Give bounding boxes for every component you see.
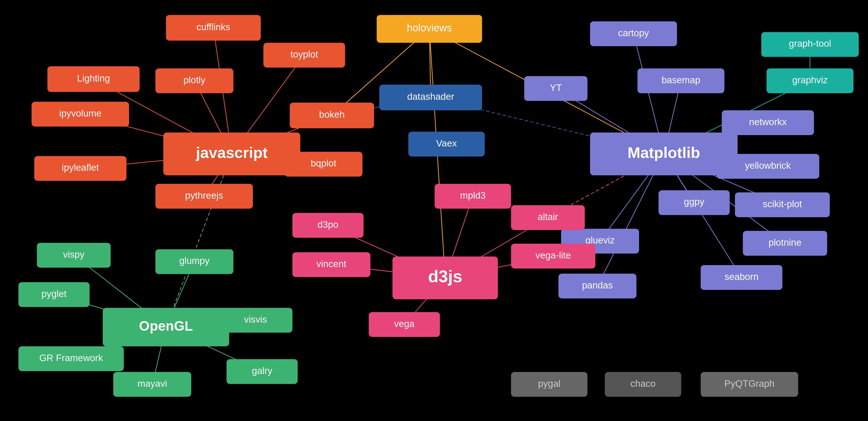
svg-text:ggpy: ggpy [684, 196, 705, 207]
svg-text:seaborn: seaborn [724, 271, 758, 282]
svg-text:graph-tool: graph-tool [789, 38, 831, 49]
svg-text:yellowbrick: yellowbrick [745, 160, 791, 171]
svg-text:OpenGL: OpenGL [139, 318, 193, 334]
svg-text:mayavi: mayavi [137, 378, 167, 389]
svg-line-9 [166, 154, 232, 327]
svg-text:bokeh: bokeh [319, 109, 345, 120]
svg-text:graphviz: graphviz [792, 75, 828, 85]
svg-text:plotnine: plotnine [769, 237, 802, 248]
svg-text:vincent: vincent [316, 258, 346, 269]
svg-text:datashader: datashader [407, 91, 454, 102]
svg-text:ipyvolume: ipyvolume [59, 108, 102, 119]
svg-text:vega-lite: vega-lite [535, 250, 571, 260]
svg-text:javascript: javascript [196, 144, 268, 161]
svg-text:ipyleaflet: ipyleaflet [62, 162, 99, 173]
svg-text:pygal: pygal [538, 378, 560, 389]
svg-text:mpld3: mpld3 [460, 190, 486, 201]
svg-text:PyQTGraph: PyQTGraph [724, 378, 775, 389]
svg-text:d3po: d3po [317, 219, 338, 230]
svg-text:networkx: networkx [749, 117, 787, 127]
svg-text:GR Framework: GR Framework [39, 353, 103, 363]
svg-text:YT: YT [550, 82, 562, 93]
svg-text:Matplotlib: Matplotlib [628, 144, 700, 161]
svg-text:chaco: chaco [630, 378, 656, 389]
svg-text:holoviews: holoviews [407, 22, 452, 34]
svg-text:vispy: vispy [63, 249, 85, 260]
svg-text:toyplot: toyplot [290, 49, 318, 60]
svg-text:scikit-plot: scikit-plot [763, 199, 802, 209]
svg-text:plotly: plotly [183, 75, 206, 85]
svg-text:Vaex: Vaex [436, 138, 457, 148]
svg-text:vega: vega [394, 318, 415, 329]
svg-text:pyglet: pyglet [41, 288, 67, 299]
svg-text:altair: altair [538, 212, 558, 222]
svg-text:basemap: basemap [661, 75, 700, 85]
svg-text:visvis: visvis [244, 314, 267, 325]
svg-text:d3js: d3js [428, 267, 462, 286]
svg-text:Lighting: Lighting [77, 73, 110, 84]
svg-text:bqplot: bqplot [311, 158, 336, 168]
svg-text:glumpy: glumpy [179, 255, 210, 266]
svg-text:galry: galry [252, 365, 273, 376]
svg-text:cufflinks: cufflinks [196, 22, 230, 32]
svg-text:pandas: pandas [582, 280, 613, 290]
svg-text:pythreejs: pythreejs [185, 190, 223, 201]
svg-text:cartopy: cartopy [618, 28, 649, 38]
graph-visualization: javascriptMatplotlibOpenGLd3jsholoviewsb… [0, 0, 868, 421]
